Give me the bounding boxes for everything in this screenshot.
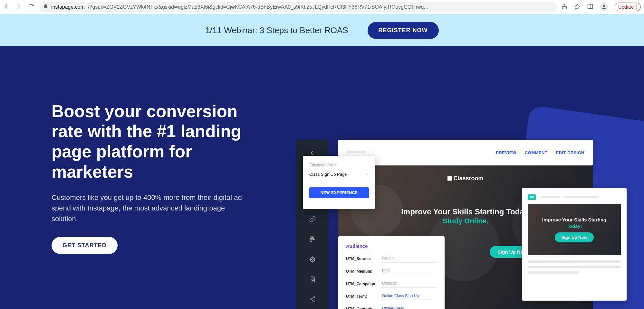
profile-icon[interactable] xyxy=(600,3,608,11)
share-icon[interactable] xyxy=(561,3,568,11)
svg-line-15 xyxy=(311,298,313,299)
panel-label: Education Page xyxy=(309,163,369,167)
forward-icon xyxy=(15,3,22,11)
lock-icon xyxy=(43,4,48,10)
audience-key: UTM_Medium: xyxy=(346,269,381,274)
svg-point-6 xyxy=(312,258,313,260)
svg-line-16 xyxy=(311,300,313,301)
audience-value[interactable]: Online Class Sign Up xyxy=(381,292,437,300)
document-icon[interactable] xyxy=(308,276,317,283)
selected-page: Class Sign Up Page xyxy=(309,172,347,177)
audience-key: UTM_Content: xyxy=(346,307,381,309)
panel-icon[interactable] xyxy=(587,3,593,11)
chevron-down-icon xyxy=(366,173,369,176)
audience-key: UTM_Term: xyxy=(346,294,381,299)
svg-point-11 xyxy=(312,279,314,281)
hero-body: Customers like you get up to 400% more f… xyxy=(52,192,245,224)
ad-image: Improve Your Skills Starting Today! Sign… xyxy=(528,204,621,255)
preview-brand: Classroom xyxy=(338,175,593,182)
star-icon[interactable] xyxy=(574,3,581,11)
preview-link[interactable]: PREVIEW xyxy=(496,150,516,155)
svg-point-14 xyxy=(314,301,315,302)
audience-row: UTM_Campaign:Usboost xyxy=(346,280,437,288)
svg-marker-1 xyxy=(574,4,580,9)
audience-value: Google xyxy=(381,255,437,263)
svg-point-13 xyxy=(310,299,312,300)
new-experience-button[interactable]: NEW EXPERIENCE xyxy=(309,187,369,198)
address-bar[interactable]: instapage.com /?gspk=ZGV2ZGVzYWk4NTkx&gs… xyxy=(39,2,557,12)
promo-banner: 1/11 Webinar: 3 Steps to Better ROAS REG… xyxy=(0,14,644,46)
ad-panel: AD Improve Your Skills Starting Today! S… xyxy=(522,188,627,301)
extension-icon[interactable] xyxy=(308,236,317,243)
education-panel: Education Page Class Sign Up Page NEW EX… xyxy=(303,156,375,209)
ad-headline: Improve Your Skills Starting Today! xyxy=(534,217,614,229)
hero-headline: Boost your conversion rate with the #1 l… xyxy=(52,101,261,182)
target-icon[interactable] xyxy=(308,256,317,263)
editor-topbar: PREVIEW COMMENT EDIT DESIGN xyxy=(338,140,593,165)
page-select[interactable]: Class Sign Up Page xyxy=(309,172,369,179)
audience-value: PPC xyxy=(381,267,437,275)
audience-key: UTM_Campaign: xyxy=(346,282,381,286)
reload-icon[interactable] xyxy=(28,3,34,11)
browser-update-button[interactable]: Update xyxy=(615,3,641,11)
svg-rect-2 xyxy=(588,4,592,8)
audience-title: Audience xyxy=(346,243,437,249)
register-now-button[interactable]: REGISTER NOW xyxy=(368,22,439,39)
svg-point-12 xyxy=(314,297,315,298)
back-icon[interactable] xyxy=(3,3,10,11)
audience-panel: Audience UTM_Source:GoogleUTM_Medium:PPC… xyxy=(338,236,445,309)
audience-value[interactable]: Online Class xyxy=(381,305,437,309)
url-domain: instapage.com xyxy=(51,4,85,10)
audience-row: UTM_Source:Google xyxy=(346,255,437,263)
ghost-line xyxy=(347,151,366,153)
audience-row: UTM_Term:Online Class Sign Up xyxy=(346,292,437,300)
share-nodes-icon[interactable] xyxy=(308,296,317,303)
url-path: /?gspk=ZGV2ZGVzYWk4NTkx&gsxid=wglzMa53Xf… xyxy=(88,4,428,10)
ghost-line xyxy=(541,196,560,198)
ad-badge: AD xyxy=(528,194,536,200)
comment-link[interactable]: COMMENT xyxy=(525,150,548,155)
audience-row: UTM_Medium:PPC xyxy=(346,267,437,275)
audience-key: UTM_Source: xyxy=(346,257,381,261)
audience-row: UTM_Content:Online Class xyxy=(346,305,437,309)
svg-point-5 xyxy=(310,257,315,262)
audience-value: Usboost xyxy=(381,280,437,288)
promo-text: 1/11 Webinar: 3 Steps to Better ROAS xyxy=(205,25,348,35)
ghost-line xyxy=(563,196,599,198)
svg-point-4 xyxy=(603,5,605,7)
update-label: Update xyxy=(618,4,634,10)
brand-square-icon xyxy=(447,176,452,181)
product-illustration: PREVIEW COMMENT EDIT DESIGN Education Pa… xyxy=(296,140,606,309)
ad-signup-button[interactable]: Sign Up Now xyxy=(555,232,593,242)
edit-design-link[interactable]: EDIT DESIGN xyxy=(556,150,584,155)
link-icon[interactable] xyxy=(308,216,317,223)
kebab-icon xyxy=(636,5,637,9)
browser-toolbar: instapage.com /?gspk=ZGV2ZGVzYWk4NTkx&gs… xyxy=(0,0,644,14)
get-started-button[interactable]: GET STARTED xyxy=(52,237,118,254)
hero-section: Boost your conversion rate with the #1 l… xyxy=(0,46,644,309)
